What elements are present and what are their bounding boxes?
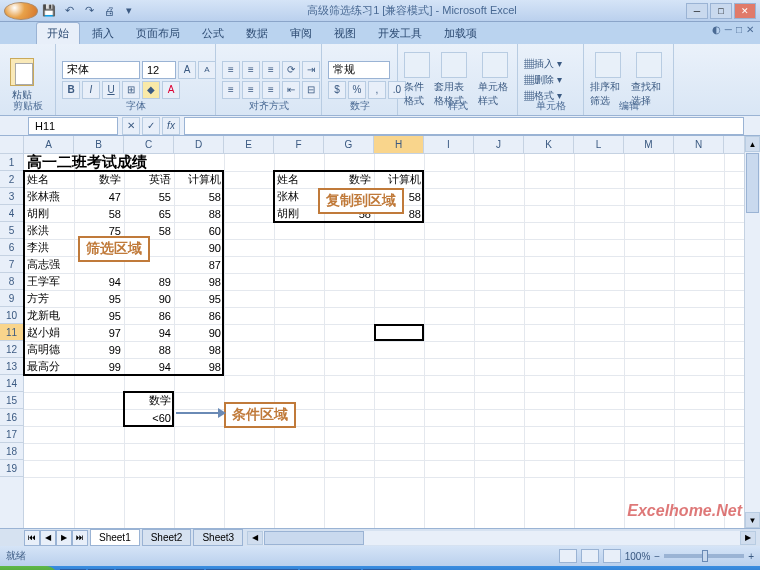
- t1-cell[interactable]: 87: [174, 256, 224, 273]
- view-break[interactable]: [603, 549, 621, 563]
- col-K[interactable]: K: [524, 136, 574, 153]
- t1-cell[interactable]: 65: [124, 205, 174, 222]
- t1-cell[interactable]: 55: [124, 188, 174, 205]
- row-headers[interactable]: 12345678910111213141516171819: [0, 154, 24, 528]
- help-icon[interactable]: ◐: [712, 24, 721, 35]
- scroll-left[interactable]: ◀: [247, 531, 263, 545]
- t2-hdr-math[interactable]: 数学: [324, 171, 374, 188]
- align-bot[interactable]: ≡: [262, 61, 280, 79]
- tab-insert[interactable]: 插入: [82, 23, 124, 44]
- t1-cell[interactable]: 张洪: [24, 222, 74, 239]
- orientation[interactable]: ⟳: [282, 61, 300, 79]
- align-center[interactable]: ≡: [242, 81, 260, 99]
- t2-cell[interactable]: 张林: [274, 188, 324, 205]
- view-layout[interactable]: [581, 549, 599, 563]
- zoom-slider[interactable]: [664, 554, 744, 558]
- tab-home[interactable]: 开始: [36, 22, 80, 44]
- view-normal[interactable]: [559, 549, 577, 563]
- cell-title[interactable]: 高一二班考试成绩: [24, 154, 224, 171]
- t1-cell[interactable]: 58: [174, 188, 224, 205]
- fill-color[interactable]: ◆: [142, 81, 160, 99]
- col-B[interactable]: B: [74, 136, 124, 153]
- row-16[interactable]: 16: [0, 409, 23, 426]
- col-M[interactable]: M: [624, 136, 674, 153]
- col-F[interactable]: F: [274, 136, 324, 153]
- t1-cell[interactable]: 99: [74, 358, 124, 375]
- t1-cell[interactable]: 高志强: [24, 256, 74, 273]
- t1-cell[interactable]: 89: [124, 273, 174, 290]
- hdr-math[interactable]: 数学: [74, 171, 124, 188]
- active-cell[interactable]: [374, 324, 424, 341]
- t1-cell[interactable]: 97: [74, 324, 124, 341]
- tab-formulas[interactable]: 公式: [192, 23, 234, 44]
- t2-hdr-comp[interactable]: 计算机: [374, 171, 424, 188]
- row-1[interactable]: 1: [0, 154, 23, 171]
- row-7[interactable]: 7: [0, 256, 23, 273]
- scroll-right[interactable]: ▶: [740, 531, 756, 545]
- row-13[interactable]: 13: [0, 358, 23, 375]
- vertical-scrollbar[interactable]: ▲ ▼: [744, 136, 760, 528]
- row-14[interactable]: 14: [0, 375, 23, 392]
- currency[interactable]: $: [328, 81, 346, 99]
- fx-icon[interactable]: fx: [162, 117, 180, 135]
- align-mid[interactable]: ≡: [242, 61, 260, 79]
- minimize-button[interactable]: ─: [686, 3, 708, 19]
- formula-input[interactable]: [184, 117, 744, 135]
- column-headers[interactable]: ABCDEFGHIJKLMN: [24, 136, 744, 154]
- row-10[interactable]: 10: [0, 307, 23, 324]
- mdi-minimize[interactable]: ─: [725, 24, 732, 35]
- t2-hdr-name[interactable]: 姓名: [274, 171, 324, 188]
- t1-cell[interactable]: 李洪: [24, 239, 74, 256]
- row-15[interactable]: 15: [0, 392, 23, 409]
- t1-cell[interactable]: 88: [124, 341, 174, 358]
- tab-data[interactable]: 数据: [236, 23, 278, 44]
- row-5[interactable]: 5: [0, 222, 23, 239]
- t1-cell[interactable]: 95: [74, 307, 124, 324]
- underline-button[interactable]: U: [102, 81, 120, 99]
- col-J[interactable]: J: [474, 136, 524, 153]
- mdi-restore[interactable]: □: [736, 24, 742, 35]
- scroll-up[interactable]: ▲: [745, 136, 760, 152]
- tab-view[interactable]: 视图: [324, 23, 366, 44]
- t1-cell[interactable]: 胡刚: [24, 205, 74, 222]
- percent[interactable]: %: [348, 81, 366, 99]
- zoom-level[interactable]: 100%: [625, 551, 651, 562]
- name-box[interactable]: H11: [28, 117, 118, 135]
- qat-save[interactable]: 💾: [40, 2, 58, 20]
- t1-cell[interactable]: 龙新电: [24, 307, 74, 324]
- t1-cell[interactable]: 90: [124, 290, 174, 307]
- t1-cell[interactable]: 98: [174, 358, 224, 375]
- wrap-text[interactable]: ⇥: [302, 61, 320, 79]
- align-right[interactable]: ≡: [262, 81, 280, 99]
- select-all-corner[interactable]: [0, 136, 24, 154]
- align-top[interactable]: ≡: [222, 61, 240, 79]
- sheet-tab-3[interactable]: Sheet3: [193, 529, 243, 546]
- t1-cell[interactable]: 方芳: [24, 290, 74, 307]
- tab-addins[interactable]: 加载项: [434, 23, 487, 44]
- t1-cell[interactable]: 王学军: [24, 273, 74, 290]
- hdr-eng[interactable]: 英语: [124, 171, 174, 188]
- tab-next[interactable]: ▶: [56, 530, 72, 546]
- tab-prev[interactable]: ◀: [40, 530, 56, 546]
- shrink-font[interactable]: A: [198, 61, 216, 79]
- t1-cell[interactable]: 94: [124, 324, 174, 341]
- qat-more[interactable]: ▾: [120, 2, 138, 20]
- row-3[interactable]: 3: [0, 188, 23, 205]
- t1-cell[interactable]: 99: [74, 341, 124, 358]
- t1-cell[interactable]: 最高分: [24, 358, 74, 375]
- t2-cell[interactable]: 胡刚: [274, 205, 324, 222]
- horizontal-scrollbar[interactable]: ◀ ▶: [247, 531, 756, 545]
- row-8[interactable]: 8: [0, 273, 23, 290]
- t1-cell[interactable]: 88: [174, 205, 224, 222]
- grow-font[interactable]: A: [178, 61, 196, 79]
- font-color[interactable]: A: [162, 81, 180, 99]
- row-17[interactable]: 17: [0, 426, 23, 443]
- t1-cell[interactable]: 98: [174, 273, 224, 290]
- align-left[interactable]: ≡: [222, 81, 240, 99]
- scroll-thumb-v[interactable]: [746, 153, 759, 213]
- delete-cells[interactable]: ▦删除 ▾: [524, 73, 562, 87]
- mdi-close[interactable]: ✕: [746, 24, 754, 35]
- cancel-icon[interactable]: ✕: [122, 117, 140, 135]
- insert-cells[interactable]: ▦插入 ▾: [524, 57, 562, 71]
- indent-dec[interactable]: ⇤: [282, 81, 300, 99]
